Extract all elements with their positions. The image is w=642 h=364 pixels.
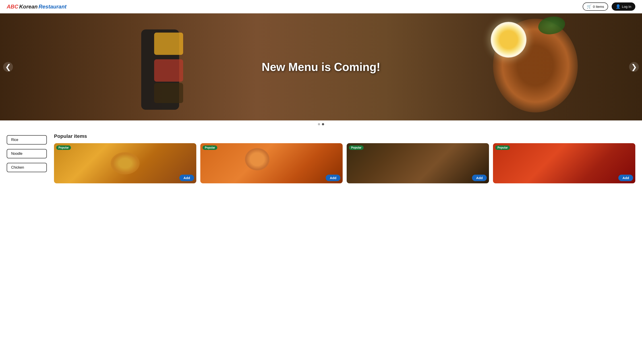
category-noodle[interactable]: Noodle xyxy=(7,149,47,158)
popular-title: Popular items xyxy=(54,134,635,139)
header-actions: 🛒 0 Items 👤 Log In xyxy=(583,2,635,11)
hero-prev-button[interactable]: ❮ xyxy=(3,62,13,72)
login-button[interactable]: 👤 Log In xyxy=(612,2,635,11)
chevron-left-icon: ❮ xyxy=(5,63,11,71)
header: ABC Korean Restaurant 🛒 0 Items 👤 Log In xyxy=(0,0,642,14)
sidebar: Rice Noodle Chicken xyxy=(7,134,47,183)
add-button-4[interactable]: Add xyxy=(618,175,633,181)
food-card-4[interactable]: Popular Add xyxy=(493,143,635,183)
hero-dot-1[interactable] xyxy=(318,123,320,125)
cart-button[interactable]: 🛒 0 Items xyxy=(583,2,608,11)
login-label: Log In xyxy=(622,5,631,8)
logo-abc: ABC xyxy=(7,4,18,10)
user-icon: 👤 xyxy=(616,4,620,9)
logo: ABC Korean Restaurant xyxy=(7,4,66,10)
hero-dot-2[interactable] xyxy=(322,123,324,125)
cart-label: 0 Items xyxy=(593,5,604,8)
main-content: Rice Noodle Chicken Popular items Popula… xyxy=(0,128,642,190)
cart-icon: 🛒 xyxy=(587,4,592,9)
popular-badge-3: Popular xyxy=(349,146,364,150)
add-button-2[interactable]: Add xyxy=(326,175,340,181)
hero-next-button[interactable]: ❯ xyxy=(629,62,639,72)
category-chicken[interactable]: Chicken xyxy=(7,163,47,172)
food-card-1[interactable]: Popular Add xyxy=(54,143,196,183)
popular-badge-1: Popular xyxy=(56,146,71,150)
food-tray-mid xyxy=(154,59,183,82)
food-image-4 xyxy=(493,143,635,183)
category-rice[interactable]: Rice xyxy=(7,135,47,144)
food-image-2 xyxy=(200,143,343,183)
hero-banner: New Menu is Coming! ❮ ❯ xyxy=(0,14,642,120)
hero-pagination xyxy=(0,120,642,128)
food-tray-top xyxy=(154,32,183,55)
logo-korean: Korean xyxy=(19,4,38,10)
food-tray-bottom xyxy=(154,83,183,103)
add-button-3[interactable]: Add xyxy=(472,175,487,181)
logo-restaurant: Restaurant xyxy=(38,4,66,10)
add-button-1[interactable]: Add xyxy=(179,175,194,181)
popular-section: Popular items Popular Add Popular Add Po… xyxy=(54,134,635,183)
hero-title: New Menu is Coming! xyxy=(262,60,380,74)
chevron-right-icon: ❯ xyxy=(631,63,637,71)
food-image-1 xyxy=(54,143,196,183)
food-card-3[interactable]: Popular Add xyxy=(347,143,489,183)
food-image-3 xyxy=(347,143,489,183)
food-card-2[interactable]: Popular Add xyxy=(200,143,343,183)
popular-badge-2: Popular xyxy=(202,146,217,150)
popular-badge-4: Popular xyxy=(495,146,510,150)
items-grid: Popular Add Popular Add Popular Add Popu… xyxy=(54,143,635,183)
egg-decoration xyxy=(491,22,526,58)
